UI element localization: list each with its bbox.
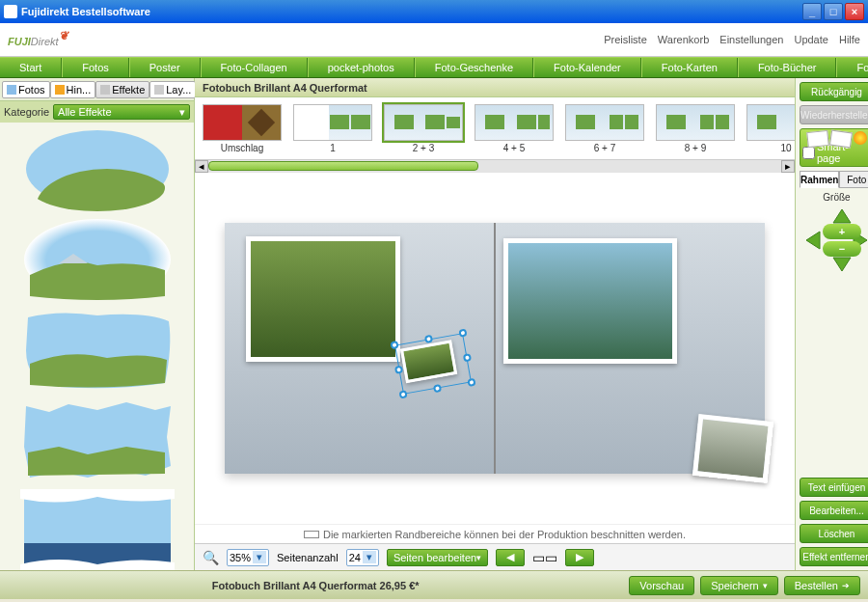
thumb-10[interactable]: 10 [746,104,795,153]
menu-fotos[interactable]: Fotos [62,58,129,77]
order-button[interactable]: Bestellen ➔ [784,576,860,595]
photo-icon [7,85,16,95]
menu-manager[interactable]: Foto-Manager [836,58,868,77]
thumb-4-5[interactable]: 4 + 5 [475,104,554,153]
canvas[interactable] [195,173,795,524]
app-icon [4,5,17,18]
chevron-down-icon: ▾ [363,551,376,563]
menu-geschenke[interactable]: Foto-Geschenke [415,58,533,77]
chevron-down-icon: ▾ [253,551,266,563]
size-label: Größe [800,192,868,203]
book-icon: ▭▭ [532,550,557,565]
edit-button[interactable]: Bearbeiten... [800,501,868,520]
header: FUJIDirekt❦ Preisliste Warenkorb Einstel… [0,23,868,57]
photo-1[interactable] [246,236,400,362]
minimize-button[interactable]: _ [802,3,822,20]
edit-pages-button[interactable]: Seiten bearbeiten ▾ [387,549,488,566]
layout-icon [154,85,164,95]
crop-message: Die markierten Randbereiche können bei d… [195,524,795,543]
link-hilfe[interactable]: Hilfe [839,34,860,45]
link-einstellungen[interactable]: Einstellungen [719,34,783,45]
zoom-out-icon[interactable]: 🔍 [203,550,219,565]
sun-icon [854,131,867,145]
thumb-cover[interactable]: Umschlag [203,104,282,153]
effect-oval[interactable] [20,126,175,211]
size-arrow-pad: + − [800,206,868,274]
insert-text-button[interactable]: Text einfügen [800,478,868,497]
zoom-select[interactable]: 35%▾ [227,549,269,566]
bg-icon [55,85,65,95]
size-plus-button[interactable]: + [823,224,861,239]
chevron-down-icon: ▾ [179,106,185,119]
lefttab-hin[interactable]: Hin... [50,81,96,98]
effect-torn[interactable] [20,489,175,570]
thumbs-scrollbar[interactable]: ◂ ▸ [195,159,795,173]
crop-box-icon [304,531,319,538]
category-select[interactable]: Alle Effekte▾ [53,104,190,120]
window-title: Fujidirekt Bestellsoftware [21,6,802,17]
page-left[interactable] [225,223,494,474]
smart-page-checkbox[interactable] [802,147,815,159]
maximize-button[interactable]: □ [824,3,843,20]
menu-buecher[interactable]: Foto-Bücher [738,58,837,77]
tab-rahmen[interactable]: Rahmen [800,171,839,188]
bottom-bar: Fotobuch Brillant A4 Querformat 26,95 €*… [0,570,868,599]
next-page-button[interactable]: ▶ [565,549,594,566]
tab-foto[interactable]: Foto [839,171,868,188]
effect-soft-oval[interactable] [20,217,175,302]
menu-collagen[interactable]: Foto-Collagen [201,58,308,77]
photo-selected[interactable] [400,340,457,383]
save-button[interactable]: Speichern ▾ [700,576,778,595]
photo-3[interactable] [692,414,773,483]
lefttab-effekte[interactable]: Effekte [95,81,149,98]
menu-poster[interactable]: Poster [129,58,201,77]
selection-frame[interactable] [394,333,472,395]
menu-karten[interactable]: Foto-Karten [641,58,738,77]
page-thumbnails: Umschlag 1 2 + 3 4 + 5 6 + 7 8 + 9 10 [195,97,795,159]
effects-icon [100,85,110,95]
preview-button[interactable]: Vorschau [629,576,694,595]
thumb-2-3[interactable]: 2 + 3 [384,104,463,153]
center-panel: Fotobuch Brillant A4 Querformat Umschlag… [195,78,795,570]
category-label: Kategorie [4,106,49,118]
lefttab-fotos[interactable]: Fotos [2,81,50,98]
size-minus-button[interactable]: − [823,241,861,257]
left-panel: Fotos Hin... Effekte Lay... Kategorie Al… [0,78,195,570]
redo-button: Wiederherstellen [800,105,868,124]
photo-2[interactable] [503,238,677,364]
smart-page-button[interactable]: Smart-page [800,128,868,167]
lefttab-layout[interactable]: Lay... [149,81,196,98]
thumb-1[interactable]: 1 [293,104,372,153]
canvas-toolbar: 🔍 35%▾ Seitenanzahl 24▾ Seiten bearbeite… [195,543,795,570]
arrow-right-icon: ➔ [842,581,850,590]
product-title: Fotobuch Brillant A4 Querformat [195,78,795,97]
scroll-right-icon[interactable]: ▸ [781,160,795,173]
menu-kalender[interactable]: Foto-Kalender [533,58,641,77]
scroll-left-icon[interactable]: ◂ [195,160,208,173]
pages-select[interactable]: 24▾ [346,549,379,566]
logo: FUJIDirekt❦ [8,30,68,50]
menu-pocket[interactable]: pocket-photos [308,58,415,77]
delete-button[interactable]: Löschen [800,524,868,543]
close-button[interactable]: × [845,3,864,20]
scroll-thumb[interactable] [208,161,478,171]
effects-list[interactable] [0,123,194,570]
page-right[interactable] [496,223,765,474]
pages-label: Seitenanzahl [277,552,339,563]
main-menu: Start Fotos Poster Foto-Collagen pocket-… [0,57,868,78]
menu-start[interactable]: Start [0,58,62,77]
prev-page-button[interactable]: ◀ [496,549,525,566]
arrow-left-button[interactable] [803,230,825,251]
chevron-down-icon: ▾ [763,581,768,590]
bottom-title: Fotobuch Brillant A4 Querformat 26,95 €* [8,580,623,591]
undo-button[interactable]: Rückgängig [800,82,868,101]
link-warenkorb[interactable]: Warenkorb [658,34,709,45]
effect-rough[interactable] [20,398,175,483]
thumb-8-9[interactable]: 8 + 9 [656,104,735,153]
effect-brush[interactable] [20,308,175,393]
remove-effect-button[interactable]: Effekt entfernen [800,547,868,566]
link-preisliste[interactable]: Preisliste [604,34,647,45]
thumb-6-7[interactable]: 6 + 7 [565,104,644,153]
link-update[interactable]: Update [794,34,827,45]
book-spread [225,223,765,474]
